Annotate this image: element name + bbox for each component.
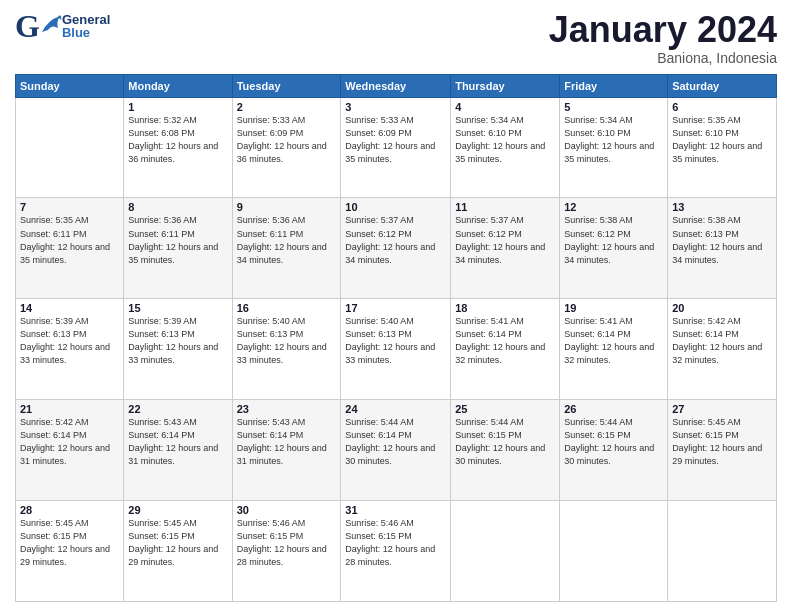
day-info: Sunrise: 5:33 AM Sunset: 6:09 PM Dayligh… [237,114,337,166]
header-friday: Friday [560,74,668,97]
header: G General Blue January 2024 Baniona, Ind… [15,10,777,66]
header-wednesday: Wednesday [341,74,451,97]
day-info: Sunrise: 5:45 AM Sunset: 6:15 PM Dayligh… [672,416,772,468]
logo-brand: General Blue [62,13,110,39]
day-number: 22 [128,403,227,415]
day-info: Sunrise: 5:35 AM Sunset: 6:10 PM Dayligh… [672,114,772,166]
calendar-cell: 24Sunrise: 5:44 AM Sunset: 6:14 PM Dayli… [341,400,451,501]
calendar-cell: 31Sunrise: 5:46 AM Sunset: 6:15 PM Dayli… [341,501,451,602]
day-info: Sunrise: 5:38 AM Sunset: 6:13 PM Dayligh… [672,214,772,266]
week-row-4: 21Sunrise: 5:42 AM Sunset: 6:14 PM Dayli… [16,400,777,501]
calendar-cell: 7Sunrise: 5:35 AM Sunset: 6:11 PM Daylig… [16,198,124,299]
calendar-cell: 1Sunrise: 5:32 AM Sunset: 6:08 PM Daylig… [124,97,232,198]
day-number: 10 [345,201,446,213]
calendar-cell: 22Sunrise: 5:43 AM Sunset: 6:14 PM Dayli… [124,400,232,501]
day-number: 23 [237,403,337,415]
calendar-cell: 23Sunrise: 5:43 AM Sunset: 6:14 PM Dayli… [232,400,341,501]
calendar-cell: 21Sunrise: 5:42 AM Sunset: 6:14 PM Dayli… [16,400,124,501]
day-info: Sunrise: 5:34 AM Sunset: 6:10 PM Dayligh… [564,114,663,166]
day-number: 13 [672,201,772,213]
day-number: 14 [20,302,119,314]
calendar-cell: 5Sunrise: 5:34 AM Sunset: 6:10 PM Daylig… [560,97,668,198]
day-info: Sunrise: 5:44 AM Sunset: 6:14 PM Dayligh… [345,416,446,468]
day-info: Sunrise: 5:45 AM Sunset: 6:15 PM Dayligh… [20,517,119,569]
day-number: 31 [345,504,446,516]
day-number: 20 [672,302,772,314]
calendar-cell: 30Sunrise: 5:46 AM Sunset: 6:15 PM Dayli… [232,501,341,602]
calendar-cell: 10Sunrise: 5:37 AM Sunset: 6:12 PM Dayli… [341,198,451,299]
day-info: Sunrise: 5:35 AM Sunset: 6:11 PM Dayligh… [20,214,119,266]
calendar-cell: 19Sunrise: 5:41 AM Sunset: 6:14 PM Dayli… [560,299,668,400]
day-number: 1 [128,101,227,113]
day-info: Sunrise: 5:34 AM Sunset: 6:10 PM Dayligh… [455,114,555,166]
day-info: Sunrise: 5:44 AM Sunset: 6:15 PM Dayligh… [564,416,663,468]
day-number: 3 [345,101,446,113]
day-info: Sunrise: 5:41 AM Sunset: 6:14 PM Dayligh… [564,315,663,367]
logo-bird-icon [40,12,62,40]
calendar-cell: 28Sunrise: 5:45 AM Sunset: 6:15 PM Dayli… [16,501,124,602]
calendar-cell: 13Sunrise: 5:38 AM Sunset: 6:13 PM Dayli… [668,198,777,299]
calendar-cell [451,501,560,602]
calendar-cell: 18Sunrise: 5:41 AM Sunset: 6:14 PM Dayli… [451,299,560,400]
calendar-cell: 3Sunrise: 5:33 AM Sunset: 6:09 PM Daylig… [341,97,451,198]
title-block: January 2024 Baniona, Indonesia [549,10,777,66]
logo: G General Blue [15,10,110,42]
day-number: 19 [564,302,663,314]
subtitle: Baniona, Indonesia [549,50,777,66]
calendar-cell: 6Sunrise: 5:35 AM Sunset: 6:10 PM Daylig… [668,97,777,198]
header-sunday: Sunday [16,74,124,97]
month-title: January 2024 [549,10,777,50]
day-number: 7 [20,201,119,213]
day-number: 8 [128,201,227,213]
calendar-cell [560,501,668,602]
calendar-cell: 8Sunrise: 5:36 AM Sunset: 6:11 PM Daylig… [124,198,232,299]
day-info: Sunrise: 5:43 AM Sunset: 6:14 PM Dayligh… [237,416,337,468]
calendar-cell: 15Sunrise: 5:39 AM Sunset: 6:13 PM Dayli… [124,299,232,400]
day-number: 28 [20,504,119,516]
day-number: 2 [237,101,337,113]
day-info: Sunrise: 5:39 AM Sunset: 6:13 PM Dayligh… [128,315,227,367]
calendar-table: Sunday Monday Tuesday Wednesday Thursday… [15,74,777,602]
day-info: Sunrise: 5:38 AM Sunset: 6:12 PM Dayligh… [564,214,663,266]
day-number: 30 [237,504,337,516]
calendar-cell: 2Sunrise: 5:33 AM Sunset: 6:09 PM Daylig… [232,97,341,198]
day-number: 16 [237,302,337,314]
day-info: Sunrise: 5:43 AM Sunset: 6:14 PM Dayligh… [128,416,227,468]
day-info: Sunrise: 5:40 AM Sunset: 6:13 PM Dayligh… [345,315,446,367]
day-number: 29 [128,504,227,516]
day-info: Sunrise: 5:44 AM Sunset: 6:15 PM Dayligh… [455,416,555,468]
header-tuesday: Tuesday [232,74,341,97]
logo-blue-text: Blue [62,26,110,39]
day-number: 5 [564,101,663,113]
calendar-cell: 11Sunrise: 5:37 AM Sunset: 6:12 PM Dayli… [451,198,560,299]
day-info: Sunrise: 5:39 AM Sunset: 6:13 PM Dayligh… [20,315,119,367]
day-info: Sunrise: 5:37 AM Sunset: 6:12 PM Dayligh… [345,214,446,266]
day-info: Sunrise: 5:36 AM Sunset: 6:11 PM Dayligh… [128,214,227,266]
calendar-cell: 25Sunrise: 5:44 AM Sunset: 6:15 PM Dayli… [451,400,560,501]
calendar-cell: 27Sunrise: 5:45 AM Sunset: 6:15 PM Dayli… [668,400,777,501]
day-info: Sunrise: 5:36 AM Sunset: 6:11 PM Dayligh… [237,214,337,266]
calendar-cell: 12Sunrise: 5:38 AM Sunset: 6:12 PM Dayli… [560,198,668,299]
header-thursday: Thursday [451,74,560,97]
day-number: 18 [455,302,555,314]
day-number: 6 [672,101,772,113]
header-monday: Monday [124,74,232,97]
day-number: 24 [345,403,446,415]
calendar-cell: 14Sunrise: 5:39 AM Sunset: 6:13 PM Dayli… [16,299,124,400]
week-row-3: 14Sunrise: 5:39 AM Sunset: 6:13 PM Dayli… [16,299,777,400]
day-number: 27 [672,403,772,415]
day-info: Sunrise: 5:46 AM Sunset: 6:15 PM Dayligh… [345,517,446,569]
day-info: Sunrise: 5:41 AM Sunset: 6:14 PM Dayligh… [455,315,555,367]
day-info: Sunrise: 5:45 AM Sunset: 6:15 PM Dayligh… [128,517,227,569]
day-info: Sunrise: 5:42 AM Sunset: 6:14 PM Dayligh… [672,315,772,367]
day-number: 25 [455,403,555,415]
day-number: 11 [455,201,555,213]
calendar-cell: 26Sunrise: 5:44 AM Sunset: 6:15 PM Dayli… [560,400,668,501]
calendar-cell: 17Sunrise: 5:40 AM Sunset: 6:13 PM Dayli… [341,299,451,400]
calendar-cell [668,501,777,602]
day-info: Sunrise: 5:32 AM Sunset: 6:08 PM Dayligh… [128,114,227,166]
day-number: 12 [564,201,663,213]
day-number: 15 [128,302,227,314]
day-number: 17 [345,302,446,314]
calendar-body: 1Sunrise: 5:32 AM Sunset: 6:08 PM Daylig… [16,97,777,601]
